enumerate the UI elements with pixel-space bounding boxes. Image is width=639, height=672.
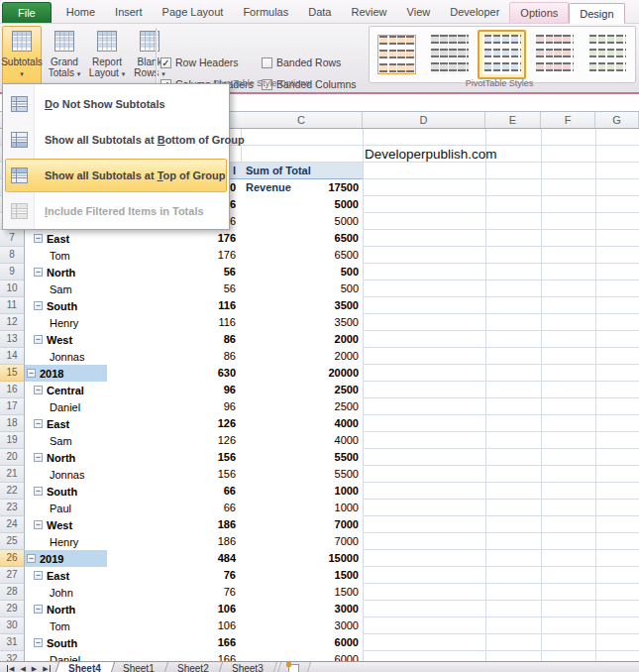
collapse-icon[interactable]: − [34,453,43,462]
row-number[interactable]: 26 [0,550,25,567]
revenue-cell[interactable]: 5000 [241,213,363,230]
revenue-cell[interactable]: 20000 [241,365,363,382]
subtotals-button[interactable]: Subtotals ▾ [2,26,42,89]
row-number[interactable]: 8 [0,247,25,264]
column-header[interactable]: G [595,112,639,128]
pivot-style-thumbnail[interactable] [425,30,474,79]
revenue-cell[interactable]: 5500 [241,466,363,483]
last-sheet-button[interactable]: ▶ [43,665,50,672]
row-number[interactable]: 23 [0,500,25,516]
row-number[interactable]: 25 [0,533,25,550]
revenue-cell[interactable]: 4000 [241,415,363,432]
collapse-icon[interactable]: − [34,386,43,394]
units-cell[interactable]: 156 [107,449,241,466]
menu-item-subtotals-top[interactable]: Show all Subtotals at Top of Group [3,158,229,193]
units-cell[interactable]: 116 [107,297,241,314]
row-label-cell[interactable]: − South [25,297,107,314]
collapse-icon[interactable]: − [27,554,36,563]
column-header[interactable]: F [541,112,595,128]
revenue-cell[interactable]: 2500 [241,382,363,398]
units-cell[interactable]: 96 [107,382,241,398]
units-cell[interactable]: 156 [107,466,241,483]
row-label-cell[interactable]: − Paul [25,500,107,516]
revenue-cell[interactable]: 2000 [241,331,363,348]
revenue-cell[interactable]: 4000 [241,432,363,449]
revenue-cell[interactable]: 500 [241,264,363,280]
revenue-cell[interactable]: 7000 [241,516,363,533]
row-headers-checkbox[interactable]: ✓ Row Headers [160,56,262,68]
menu-item-subtotals-bottom[interactable]: Show all Subtotals at Bottom of Group [3,122,229,158]
row-label-cell[interactable]: − West [25,516,107,533]
row-label-cell[interactable]: − South [25,483,107,500]
units-cell[interactable]: 126 [107,432,241,449]
row-number[interactable]: 18 [0,415,25,432]
revenue-cell[interactable]: 17500 [241,179,363,196]
collapse-icon[interactable]: − [34,605,43,614]
checkbox-box[interactable]: ✓ [160,57,171,68]
tab-design[interactable]: Design [569,3,624,24]
revenue-cell[interactable]: 2000 [241,348,363,365]
row-label-cell[interactable]: − 2018 [25,365,107,382]
row-label-cell[interactable]: − Tom [25,247,107,264]
collapse-icon[interactable]: − [34,571,43,580]
tab-options[interactable]: Options [509,2,569,23]
sheet-tab-sheet1[interactable]: Sheet1 [109,662,168,672]
revenue-cell[interactable]: Sum of Total Revenue [241,163,363,179]
revenue-cell[interactable]: 6500 [241,247,363,264]
sheet-tab-sheet2[interactable]: Sheet2 [163,662,223,672]
row-label-cell[interactable]: − West [25,331,107,348]
tab-developer[interactable]: Developer [440,2,509,23]
checkbox-box[interactable] [262,57,272,68]
revenue-cell[interactable]: 500 [241,280,363,297]
menu-item-do-not-show-subtotals[interactable]: Do Not Show Subtotals [3,86,229,122]
row-label-cell[interactable]: − Sam [25,280,107,297]
pivot-style-thumbnail[interactable] [530,30,579,79]
units-cell[interactable]: 56 [107,280,241,297]
row-number[interactable]: 14 [0,348,25,365]
tab-formulas[interactable]: Formulas [233,2,298,23]
collapse-icon[interactable]: − [34,234,43,243]
revenue-cell[interactable]: 3500 [241,297,363,314]
row-label-cell[interactable]: − Jonnas [25,466,107,483]
revenue-cell[interactable]: 6000 [241,634,363,651]
report-layout-button[interactable]: Report Layout ▾ [87,26,127,89]
row-number[interactable]: 29 [0,601,25,617]
row-label-cell[interactable]: − John [25,584,107,601]
tab-view[interactable]: View [397,2,441,23]
column-header[interactable]: E [485,112,541,128]
row-label-cell[interactable]: − East [25,567,107,584]
tab-data[interactable]: Data [298,2,341,23]
revenue-cell[interactable]: 1500 [241,584,363,601]
column-header[interactable]: C [241,112,363,128]
units-cell[interactable]: 96 [107,398,241,415]
revenue-cell[interactable]: 7000 [241,533,363,550]
title-cell[interactable]: Developerpublish.com [365,146,497,163]
units-cell[interactable]: 86 [107,348,241,365]
row-label-cell[interactable]: − North [25,264,107,280]
tab-review[interactable]: Review [341,2,396,23]
units-cell[interactable]: 56 [107,264,241,280]
units-cell[interactable]: 166 [107,634,241,651]
menu-item-include-filtered[interactable]: Include Filtered Items in Totals [3,193,229,229]
units-cell[interactable]: 176 [107,230,241,247]
revenue-cell[interactable]: 1000 [241,483,363,500]
row-number[interactable]: 9 [0,264,25,280]
tab-insert[interactable]: Insert [105,2,153,23]
units-cell[interactable]: 66 [107,483,241,500]
units-cell[interactable]: 86 [107,331,241,348]
row-label-cell[interactable]: − Henry [25,314,107,331]
revenue-cell[interactable]: 6500 [241,230,363,247]
row-number[interactable]: 28 [0,584,25,601]
row-label-cell[interactable]: − Jonnas [25,348,107,365]
insert-worksheet-button[interactable] [276,662,311,672]
row-label-cell[interactable]: − Henry [25,533,107,550]
row-number[interactable]: 16 [0,382,25,398]
row-number[interactable]: 30 [0,617,25,634]
revenue-cell[interactable]: 15000 [241,550,363,567]
row-number[interactable]: 20 [0,449,25,466]
units-cell[interactable]: 126 [107,415,241,432]
row-number[interactable]: 22 [0,483,25,500]
revenue-cell[interactable]: 2500 [241,398,363,415]
row-number[interactable]: 19 [0,432,25,449]
row-number[interactable]: 21 [0,466,25,483]
